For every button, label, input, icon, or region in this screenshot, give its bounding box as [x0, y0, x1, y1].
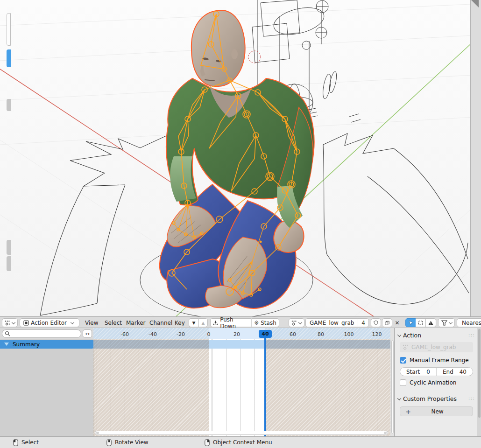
show-hidden-toggle[interactable]	[416, 318, 426, 327]
scrollbar-handle-right[interactable]	[384, 432, 387, 434]
plus-icon: +	[400, 408, 416, 415]
region-corner-widget[interactable]	[471, 0, 479, 7]
timeline-v-scrollbar[interactable]	[391, 340, 394, 434]
viewport-tab[interactable]	[7, 13, 11, 46]
summary-keyframe-band-inrange	[209, 340, 265, 349]
viewport-3d[interactable]	[0, 0, 481, 316]
tick-label: 60	[290, 331, 296, 337]
menu-select[interactable]: Select	[102, 318, 125, 327]
chevron-down-icon	[397, 396, 401, 400]
chevron-down-icon	[71, 320, 74, 324]
cyclic-animation-row[interactable]: Cyclic Animation	[400, 379, 456, 386]
custom-properties-panel-header[interactable]: Custom Properties	[398, 395, 457, 402]
start-label: Start	[406, 369, 420, 375]
dopesheet-timeline[interactable]: -60 -40 -20 0 20 60 80 100 120 40	[93, 328, 390, 436]
hint-rotate-view-label: Rotate View	[115, 439, 149, 446]
shield-icon	[374, 320, 378, 326]
viewport-tab-active[interactable]	[7, 49, 11, 67]
new-property-button[interactable]: + New	[400, 406, 473, 416]
dopesheet-sidebar: Action ∷∷ GAME_low_grab Manual Frame Ran…	[395, 328, 477, 436]
close-icon: ✕	[395, 320, 399, 326]
stash-label: Stash	[261, 320, 276, 326]
filter-button[interactable]	[438, 318, 455, 327]
action-name-field[interactable]: GAME_low_grab	[305, 318, 358, 327]
push-down-button[interactable]: Push Down	[210, 318, 251, 327]
action-users-count[interactable]: 4	[358, 318, 369, 327]
checkbox-checked-icon[interactable]	[400, 357, 406, 364]
floor-arrow-left	[40, 136, 166, 315]
tick-label: -20	[177, 331, 185, 337]
channel-region: ↔ Summary	[0, 328, 93, 436]
end-label: End	[443, 369, 453, 375]
editor-mode-label: Action Editor	[31, 320, 67, 326]
push-down-label: Push Down	[220, 316, 249, 328]
triangle-up-icon: ▲	[202, 321, 205, 325]
timeline-ruler[interactable]: -60 -40 -20 0 20 60 80 100 120 40	[93, 328, 390, 339]
duplicate-action-button[interactable]	[382, 318, 392, 327]
channel-search-row: ↔	[0, 328, 93, 339]
timeline-v-scrollstrip	[390, 328, 395, 436]
hint-context-menu: Object Context Menu	[205, 439, 272, 446]
menu-key[interactable]: Key	[172, 318, 188, 327]
start-frame-field[interactable]: Start 0	[400, 368, 437, 376]
current-frame-badge[interactable]: 40	[259, 330, 272, 338]
frame-range-fields: Start 0 End 40	[400, 367, 473, 376]
chevron-down-icon	[298, 320, 302, 324]
move-down-button[interactable]: ▼	[189, 318, 198, 327]
cursor-icon	[408, 320, 413, 326]
show-errors-toggle[interactable]	[426, 318, 436, 327]
unlink-action-button[interactable]: ✕	[393, 318, 402, 327]
tick-label: 80	[318, 331, 324, 337]
snap-mode-select[interactable]: Nearest Frame	[457, 318, 481, 327]
sidebar-scrollstrip	[477, 328, 481, 436]
channel-search-input[interactable]	[2, 329, 81, 338]
sidebar-scrollbar[interactable]	[478, 329, 481, 418]
new-button-label: New	[416, 408, 459, 415]
channel-summary-label: Summary	[13, 341, 40, 348]
linked-action-name: GAME_low_grab	[411, 344, 456, 350]
stash-button[interactable]: ※ Stash	[251, 318, 279, 327]
menu-channel[interactable]: Channel	[147, 318, 175, 327]
action-browse-button[interactable]	[289, 318, 304, 327]
mouse-middle-icon	[106, 439, 112, 446]
action-icon	[291, 320, 297, 326]
panel-grip-icon[interactable]: ∷∷	[468, 396, 474, 401]
filter-funnel-icon	[441, 320, 447, 326]
current-frame-value: 40	[262, 331, 269, 337]
only-selected-toggle-active[interactable]	[405, 318, 416, 327]
mouse-right-icon	[205, 439, 210, 446]
action-panel-title: Action	[403, 332, 421, 339]
chevron-down-icon	[397, 333, 401, 336]
manual-frame-range-row[interactable]: Manual Frame Range	[400, 357, 469, 364]
panel-grip-icon[interactable]: ∷∷	[468, 333, 474, 338]
end-frame-field[interactable]: End 40	[437, 368, 473, 376]
status-bar: Select Rotate View Object Context Menu	[0, 436, 481, 448]
action-name-value: GAME_low_grab	[310, 320, 354, 326]
scrollbar-handle-left[interactable]	[96, 432, 99, 434]
editor-type-button[interactable]	[2, 318, 18, 327]
linked-action-row[interactable]: GAME_low_grab	[400, 342, 473, 352]
viewport-tab[interactable]	[7, 256, 11, 271]
tick-label: -40	[149, 331, 157, 337]
tick-label: -60	[120, 331, 129, 337]
timeline-h-scrollbar[interactable]	[95, 431, 388, 435]
action-panel-header[interactable]: Action	[398, 332, 421, 339]
search-expand-button[interactable]: ↔	[83, 329, 92, 338]
viewport-tab[interactable]	[7, 99, 11, 111]
channel-summary[interactable]: Summary	[0, 340, 93, 349]
snap-mode-label: Nearest Frame	[462, 320, 481, 326]
editor-mode-select[interactable]: Action Editor	[20, 318, 79, 327]
menu-marker[interactable]: Marker	[123, 318, 148, 327]
users-count-value: 4	[361, 320, 365, 326]
move-up-button-disabled[interactable]: ▲	[198, 318, 208, 327]
tick-label: 120	[372, 331, 382, 337]
fake-user-button[interactable]	[371, 318, 381, 327]
playhead[interactable]	[264, 338, 266, 436]
tick-label: 20	[233, 331, 240, 337]
menu-view[interactable]: View	[82, 318, 101, 327]
checkbox-unchecked-icon[interactable]	[400, 379, 406, 386]
chevron-down-icon	[448, 320, 452, 324]
hint-rotate-view: Rotate View	[106, 439, 149, 446]
warning-icon	[428, 320, 433, 326]
viewport-tab[interactable]	[7, 240, 11, 255]
